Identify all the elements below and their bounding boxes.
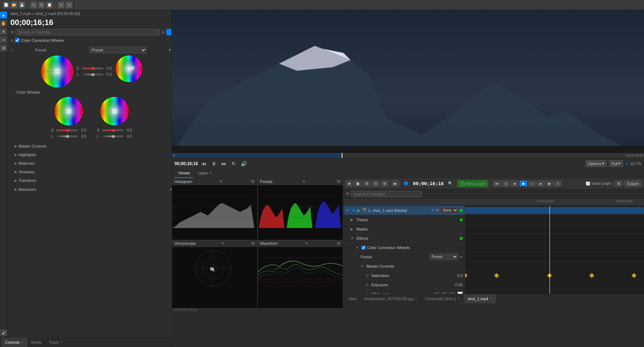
- tl-tool-2[interactable]: ◼: [354, 180, 362, 187]
- new-layer-button[interactable]: + New Layer: [457, 180, 488, 187]
- layer-effects-expand[interactable]: ▼: [351, 237, 355, 240]
- layer-cc-wheels[interactable]: ▼ Color Correction Wheels: [343, 243, 465, 252]
- shutterstock-tab-close[interactable]: ✕: [415, 297, 418, 301]
- tl-nav-3[interactable]: ◈: [511, 180, 519, 187]
- transform-header[interactable]: ▶ Transform: [15, 177, 171, 184]
- options-dropdown[interactable]: Options ▾: [585, 160, 607, 167]
- preset-dropdown[interactable]: Preset: [89, 47, 147, 53]
- media-clip[interactable]: [465, 207, 644, 214]
- tl-tool-3[interactable]: ⊞: [363, 180, 371, 187]
- tab-controls[interactable]: Controls ✕: [1, 338, 28, 347]
- pointer-tool[interactable]: ▲: [0, 11, 7, 19]
- highlights-s-track[interactable]: [82, 68, 103, 69]
- layer-tab-close[interactable]: ✕: [209, 171, 212, 175]
- full-dropdown[interactable]: Full ▾: [609, 160, 623, 167]
- layer-cc-expand[interactable]: ▼: [356, 246, 360, 249]
- layer-whitebalance[interactable]: ⊙ Whit...ance 255 255 255: [343, 289, 465, 294]
- tl-nav-8[interactable]: ⊙: [554, 180, 562, 187]
- viewer-tab-viewer[interactable]: Viewer: [175, 169, 194, 178]
- saturation-anim-icon[interactable]: ⊙: [366, 273, 369, 277]
- midtones-wheel[interactable]: [54, 97, 83, 125]
- master-controls-header[interactable]: ▶ Master Controls: [15, 143, 171, 149]
- layer-preset[interactable]: Preset Preset ▼: [343, 252, 465, 262]
- tl-nav-1[interactable]: ⏮: [493, 180, 501, 187]
- color-wheels-header[interactable]: • Color Wheels: [10, 89, 171, 95]
- kf-sat-1[interactable]: [465, 273, 468, 278]
- cc-wheels-checkbox[interactable]: [15, 38, 20, 43]
- layer-grid-icon[interactable]: ⊞: [436, 208, 439, 213]
- parade-dropdown[interactable]: ▼: [302, 180, 306, 183]
- save-icon[interactable]: 💾: [19, 2, 25, 8]
- tl-icon-1[interactable]: ⊞: [615, 180, 623, 187]
- tl-nav-5[interactable]: ◇: [528, 180, 536, 187]
- parade-settings[interactable]: ⚙: [337, 179, 341, 184]
- layer-cc-checkbox[interactable]: [361, 246, 366, 250]
- copy-icon[interactable]: ⎘: [38, 2, 45, 8]
- behaviors-add-icon[interactable]: ✦: [169, 187, 171, 192]
- kf-sat-5[interactable]: [631, 273, 636, 278]
- btn-skip-start[interactable]: ⏮: [200, 160, 208, 167]
- btn-audio[interactable]: 🔊: [239, 160, 248, 167]
- highlights-header[interactable]: ▶ Highlights: [15, 152, 171, 158]
- paste-icon[interactable]: 📋: [46, 2, 53, 8]
- track-tab-close[interactable]: ✕: [60, 341, 63, 344]
- shadows-header[interactable]: ▶ Shadows: [15, 169, 171, 175]
- waveform-dropdown[interactable]: ▼: [305, 242, 308, 245]
- highlights-l-track[interactable]: [82, 74, 103, 75]
- effects-add-dot[interactable]: [460, 237, 463, 240]
- cut-icon[interactable]: ✂: [30, 2, 37, 8]
- shadows-wheel[interactable]: [100, 97, 129, 125]
- tl-right-tool-1[interactable]: ▶: [391, 180, 399, 187]
- layer-blend-select[interactable]: None: [440, 207, 458, 213]
- tl-nav-4[interactable]: ◆: [519, 180, 527, 187]
- tl-tool-1[interactable]: ■: [346, 180, 353, 187]
- value-graph-button[interactable]: 📈 Value Graph: [586, 182, 611, 185]
- file-tab-composite[interactable]: Composite Shot 1 ✕: [421, 294, 464, 303]
- btn-play[interactable]: ⏸: [210, 160, 218, 167]
- export-button[interactable]: Export: [624, 180, 642, 187]
- text-tool[interactable]: A: [0, 28, 7, 35]
- hand-tool[interactable]: ✋: [0, 20, 7, 27]
- layer-exposure[interactable]: ⊙ Exposure 0.00: [343, 280, 465, 289]
- midtones-l-track[interactable]: [56, 135, 78, 137]
- redo-icon[interactable]: ↪: [66, 2, 72, 8]
- kf-sat-2[interactable]: [494, 273, 499, 278]
- timeline-playhead[interactable]: [550, 206, 550, 294]
- layer-tracks-expand[interactable]: ▶: [351, 218, 355, 222]
- highlights-wheel[interactable]: [41, 55, 73, 88]
- layer-media-eye[interactable]: 👁: [351, 208, 356, 213]
- kf-sat-4[interactable]: [589, 273, 594, 278]
- layer-masks[interactable]: ▶ Masks: [343, 224, 465, 234]
- search-controls-input[interactable]: [15, 29, 160, 35]
- tl-nav-7[interactable]: ◆: [545, 180, 553, 187]
- layer-saturation[interactable]: ⊙ Saturation 0.8: [343, 271, 465, 280]
- histogram-settings[interactable]: ⚙: [251, 179, 255, 184]
- shadows-s-track[interactable]: [102, 129, 123, 131]
- viewer-tab-layer[interactable]: Layer ✕: [194, 169, 216, 178]
- cc-wheels-section-header[interactable]: ▼ Color Correction Wheels: [8, 36, 171, 44]
- controls-tab-close[interactable]: ✕: [21, 341, 24, 344]
- paint-tool[interactable]: 🖌: [0, 329, 7, 336]
- layer-tracks[interactable]: ▶ Tracks: [343, 215, 465, 224]
- new-icon[interactable]: 📄: [3, 2, 9, 8]
- layer-masks-expand[interactable]: ▶: [351, 227, 355, 231]
- tl-nav-6[interactable]: ◈: [537, 180, 545, 187]
- btn-loop[interactable]: ↻: [230, 160, 237, 167]
- viewer-scrubber[interactable]: ▼ 00;00;45;00: [172, 153, 644, 158]
- layer-add-dot[interactable]: [460, 209, 463, 212]
- composite-tab-close[interactable]: ✕: [458, 297, 460, 301]
- btn-next-frame[interactable]: ⏭: [220, 160, 228, 167]
- file-tab-start[interactable]: Start: [345, 294, 360, 303]
- shadows-l-track[interactable]: [102, 135, 123, 137]
- layer-media[interactable]: ▼ 👁 ▶ 🎬 1. shot_1.mp4 [Media] ✎ ⊞ None: [343, 206, 465, 215]
- histogram-dropdown[interactable]: ▼: [219, 180, 223, 183]
- layer-pencil-icon[interactable]: ✎: [431, 208, 434, 213]
- behaviors-header[interactable]: ▶ Behaviors ✦: [15, 186, 171, 193]
- shot1-tab-close[interactable]: ✕: [489, 297, 492, 301]
- layer-media-expand[interactable]: ▼: [346, 209, 350, 212]
- preset-select[interactable]: Preset: [429, 254, 458, 260]
- tracks-add-dot[interactable]: [460, 218, 463, 221]
- layer-master-controls[interactable]: ▼ Master Controls: [343, 262, 465, 271]
- waveform-settings[interactable]: ⚙: [337, 241, 341, 246]
- grid-tool[interactable]: ⊞: [0, 44, 7, 51]
